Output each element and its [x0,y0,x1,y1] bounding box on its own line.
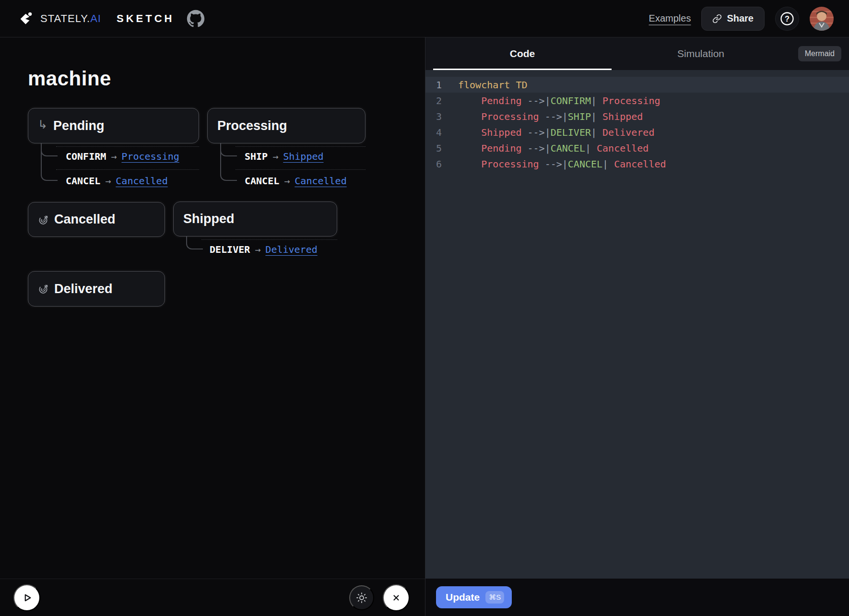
transition-separator [236,146,366,147]
format-badge: Mermaid [798,46,841,61]
editor-actionbar: Update ⌘S [425,579,849,616]
app-window: STATELY.AI SKETCH Examples Share ? [0,0,849,616]
code-panel: Code Simulation Mermaid 1flowchart TD2 P… [425,37,849,616]
transition-target-link[interactable]: Cancelled [116,175,167,187]
line-number: 6 [431,158,442,170]
code-text: Processing -->|SHIP| Shipped [458,111,643,122]
link-icon [712,14,722,24]
code-text: flowchart TD [458,79,528,91]
state-name: Pending [53,118,105,133]
code-text: Shipped -->|DELIVER| Delivered [458,127,654,138]
state-node-shipped[interactable]: Shipped [173,201,337,237]
machine-title: machine [28,67,111,90]
user-avatar[interactable] [810,7,834,31]
transition-separator [201,239,337,240]
transition-connector [220,143,237,181]
line-number: 4 [431,127,442,138]
canvas-toolbar [0,579,425,616]
transition-target-link[interactable]: Delivered [265,244,317,255]
sun-icon [356,592,367,604]
play-icon [21,592,33,604]
transition-separator [56,169,199,170]
code-line[interactable]: 4 Shipped -->|DELIVER| Delivered [425,124,849,140]
theme-toggle-button[interactable] [349,585,374,610]
transition-row: CANCEL → Cancelled [66,174,168,188]
code-line[interactable]: 3 Processing -->|SHIP| Shipped [425,108,849,124]
question-icon: ? [780,12,794,26]
state-name: Cancelled [54,212,116,227]
avatar-image [810,7,834,31]
state-node-pending[interactable]: ↳ Pending [28,108,199,143]
tab-code[interactable]: Code [433,37,612,70]
machine-canvas[interactable]: machine ↳ Pending Processing CONFIRM → P… [0,37,425,579]
tab-simulation[interactable]: Simulation [612,37,790,70]
final-state-icon [38,214,48,225]
state-node-cancelled[interactable]: Cancelled [28,202,165,237]
close-panel-button[interactable] [383,584,410,611]
brand-accent: AI [90,12,101,24]
brand-link[interactable]: STATELY.AI SKETCH [18,11,174,26]
line-number: 3 [431,111,442,122]
final-state-icon [38,284,48,294]
state-node-processing[interactable]: Processing [207,108,366,143]
update-label: Update [446,592,480,603]
transition-event[interactable]: CONFIRM [66,151,106,162]
transition-row: SHIP → Shipped [245,149,324,164]
state-name: Shipped [183,212,235,226]
svg-text:?: ? [785,14,790,23]
examples-link[interactable]: Examples [649,13,691,24]
share-button[interactable]: Share [701,7,765,31]
arrow-icon: → [272,151,278,162]
state-node-delivered[interactable]: Delivered [28,271,165,307]
code-text: Processing -->|CANCEL| Cancelled [458,158,666,170]
code-lines: 1flowchart TD2 Pending -->|CONFIRM| Proc… [425,77,849,172]
arrow-icon: → [284,175,290,187]
transition-row: CONFIRM → Processing [66,149,179,164]
line-number: 1 [431,79,442,91]
state-name: Delivered [54,282,113,296]
line-number: 2 [431,95,442,107]
brand-text: STATELY.AI [40,12,101,25]
line-number: 5 [431,142,442,154]
code-line[interactable]: 6 Processing -->|CANCEL| Cancelled [425,156,849,172]
transition-event[interactable]: CANCEL [245,175,279,187]
arrow-icon: → [111,151,117,162]
shortcut-badge: ⌘S [485,591,504,604]
transition-connector [186,237,203,249]
product-name: SKETCH [117,12,174,25]
transition-event[interactable]: SHIP [245,151,268,162]
github-link[interactable] [187,10,205,28]
code-line[interactable]: 1flowchart TD [425,77,849,93]
arrow-icon: → [255,244,260,255]
close-icon [390,592,402,604]
arrow-icon: → [105,175,111,187]
transition-event[interactable]: DELIVER [210,244,250,255]
github-icon [187,10,205,28]
transition-connector [41,143,58,181]
transition-event[interactable]: CANCEL [66,175,100,187]
code-text: Pending -->|CANCEL| Cancelled [458,142,649,154]
stately-logo-icon [18,11,34,26]
code-text: Pending -->|CONFIRM| Processing [458,95,660,107]
code-editor[interactable]: 1flowchart TD2 Pending -->|CONFIRM| Proc… [425,70,849,579]
state-name: Processing [217,118,287,133]
code-line[interactable]: 5 Pending -->|CANCEL| Cancelled [425,140,849,156]
initial-state-icon: ↳ [38,119,47,130]
app-header: STATELY.AI SKETCH Examples Share ? [0,0,849,37]
help-button[interactable]: ? [775,7,799,31]
code-line[interactable]: 2 Pending -->|CONFIRM| Processing [425,93,849,108]
transition-row: DELIVER → Delivered [210,242,318,257]
transition-row: CANCEL → Cancelled [245,174,347,188]
update-button[interactable]: Update ⌘S [436,586,512,608]
transition-target-link[interactable]: Cancelled [295,175,346,187]
transition-separator [56,146,199,147]
panel-tabbar: Code Simulation Mermaid [425,37,849,70]
transition-target-link[interactable]: Shipped [283,151,323,162]
transition-separator [236,169,366,170]
share-label: Share [727,13,754,24]
transition-target-link[interactable]: Processing [121,151,179,162]
simulate-play-button[interactable] [13,584,40,611]
